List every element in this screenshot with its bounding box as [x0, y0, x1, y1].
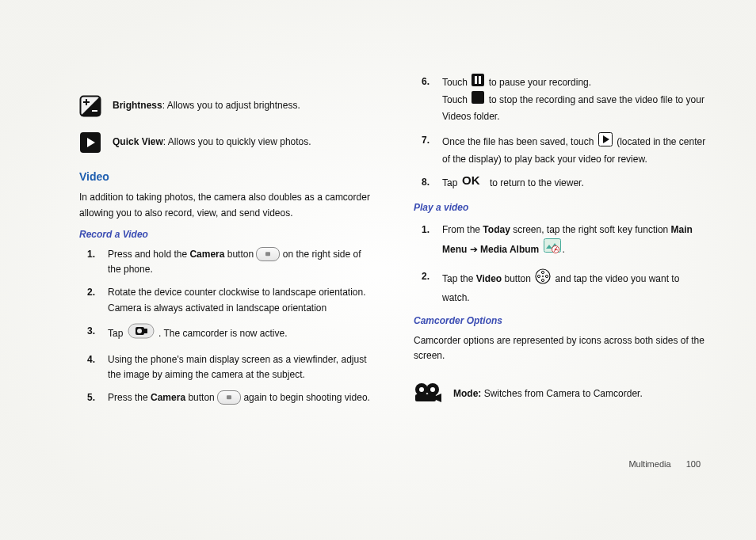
mode-label: Mode:	[453, 388, 481, 399]
text: Tap	[108, 328, 126, 339]
text: button	[224, 249, 256, 260]
camcorder-options-heading: Camcorder Options	[414, 314, 708, 329]
media-album-label: Media Album	[480, 244, 539, 255]
quickview-desc: Quick View: Allows you to quickly view p…	[113, 135, 311, 150]
mode-desc: Mode: Switches from Camera to Camcorder.	[453, 386, 643, 401]
svg-rect-5	[144, 329, 147, 333]
text: button	[502, 274, 533, 285]
record-step-5: 5. Press the Camera button again to begi…	[94, 390, 374, 405]
footer-page-number: 100	[686, 459, 701, 469]
svg-rect-9	[479, 76, 481, 84]
page-footer: Multimedia 100	[628, 459, 701, 469]
ok-icon: OK	[462, 174, 486, 192]
play-step-1: 1. From the Today screen, tap the right …	[428, 220, 708, 261]
record-list-continued: 6. Touch to pause your recording. Touch	[414, 74, 708, 192]
svg-point-18	[542, 280, 544, 282]
camera-label: Camera	[189, 249, 224, 260]
mode-row: Mode: Switches from Camera to Camcorder.	[414, 382, 708, 405]
text: Once the file has been saved, touch	[442, 136, 597, 147]
video-label: Video	[476, 274, 502, 285]
camera-label: Camera	[151, 392, 185, 403]
step-number: 1.	[87, 247, 95, 262]
text	[539, 244, 541, 255]
brightness-icon	[79, 95, 101, 117]
svg-text:OK: OK	[462, 174, 480, 187]
step-number: 5.	[87, 390, 95, 405]
media-album-icon	[544, 238, 561, 260]
right-column: 6. Touch to pause your recording. Touch	[414, 63, 708, 516]
manual-page: Brightness: Allows you to adjust brightn…	[0, 0, 756, 540]
text: Using the phone's main display screen as…	[108, 354, 366, 380]
quickview-text: : Allows you to quickly view photos.	[163, 136, 311, 147]
text: Tap	[442, 177, 460, 188]
text: Tap the	[442, 274, 476, 285]
left-column: Brightness: Allows you to adjust brightn…	[79, 63, 374, 516]
svg-rect-8	[475, 76, 477, 84]
text: button	[185, 392, 217, 403]
brightness-row: Brightness: Allows you to adjust brightn…	[79, 95, 374, 117]
brightness-label: Brightness	[113, 100, 162, 111]
camera-button-icon	[217, 390, 241, 405]
text: to pause your recording.	[489, 77, 591, 88]
stop-icon	[472, 91, 484, 108]
video-heading: Video	[79, 168, 374, 185]
camcorder-tap-icon	[128, 323, 155, 344]
quickview-label: Quick View	[113, 136, 163, 147]
play-step-2: 2. Tap the Video button and tap the vide…	[428, 269, 708, 305]
step-number: 1.	[422, 220, 430, 239]
quickview-icon	[79, 131, 101, 154]
record-video-heading: Record a Video	[79, 227, 374, 242]
today-label: Today	[483, 224, 510, 235]
play-list: 1. From the Today screen, tap the right …	[414, 220, 708, 305]
text: From the	[442, 224, 483, 235]
svg-point-20	[546, 276, 548, 278]
svg-point-17	[542, 272, 544, 274]
text: .	[563, 244, 565, 255]
arrow-text: ➔	[467, 244, 480, 255]
step-number: 2.	[422, 269, 430, 284]
svg-point-24	[419, 387, 424, 392]
record-step-8: 8. Tap OK to return to the viewer.	[428, 175, 708, 192]
brightness-text: : Allows you to adjust brightness.	[162, 100, 300, 111]
svg-point-25	[430, 387, 435, 392]
text: Touch	[442, 94, 470, 105]
video-intro: In addition to taking photos, the camera…	[79, 190, 374, 220]
text: screen, tap the right soft key function	[510, 224, 671, 235]
svg-rect-7	[472, 74, 484, 86]
svg-rect-26	[415, 394, 436, 401]
play-icon	[598, 132, 613, 151]
camcorder-options-intro: Camcorder options are represented by ico…	[414, 333, 708, 363]
text: Press and hold the	[108, 249, 189, 260]
brightness-desc: Brightness: Allows you to adjust brightn…	[113, 98, 300, 113]
svg-point-6	[137, 329, 142, 333]
pause-icon	[472, 74, 484, 91]
record-step-4: 4. Using the phone's main display screen…	[94, 352, 374, 382]
step-number: 2.	[87, 285, 95, 300]
record-step-7: 7. Once the file has been saved, touch (…	[428, 133, 708, 167]
camera-button-icon	[256, 247, 280, 261]
step-number: 3.	[87, 324, 95, 339]
record-list: 1. Press and hold the Camera button on t…	[79, 247, 374, 406]
record-step-1: 1. Press and hold the Camera button on t…	[94, 247, 374, 277]
step-number: 7.	[422, 133, 430, 148]
text: . The camcorder is now active.	[158, 328, 288, 339]
svg-point-19	[538, 276, 540, 278]
record-step-2: 2. Rotate the device counter clockwise t…	[94, 285, 374, 315]
video-reel-icon	[535, 268, 551, 289]
step-number: 4.	[87, 352, 95, 367]
step-number: 6.	[422, 74, 430, 89]
text: Rotate the device counter clockwise to l…	[108, 287, 366, 313]
text: again to begin shooting video.	[241, 392, 370, 403]
svg-rect-10	[472, 91, 484, 104]
text: Press the	[108, 392, 151, 403]
svg-point-21	[542, 276, 544, 277]
quickview-row: Quick View: Allows you to quickly view p…	[79, 131, 374, 154]
record-step-6: 6. Touch to pause your recording. Touch	[428, 74, 708, 125]
footer-section: Multimedia	[628, 459, 670, 469]
record-step-3: 3. Tap . The camcorder is now active.	[94, 324, 374, 344]
mode-text: Switches from Camera to Camcorder.	[481, 388, 642, 399]
text: to return to the viewer.	[490, 177, 584, 188]
camcorder-mode-icon	[414, 382, 442, 405]
play-video-heading: Play a video	[414, 200, 708, 215]
text: Touch	[442, 77, 470, 88]
